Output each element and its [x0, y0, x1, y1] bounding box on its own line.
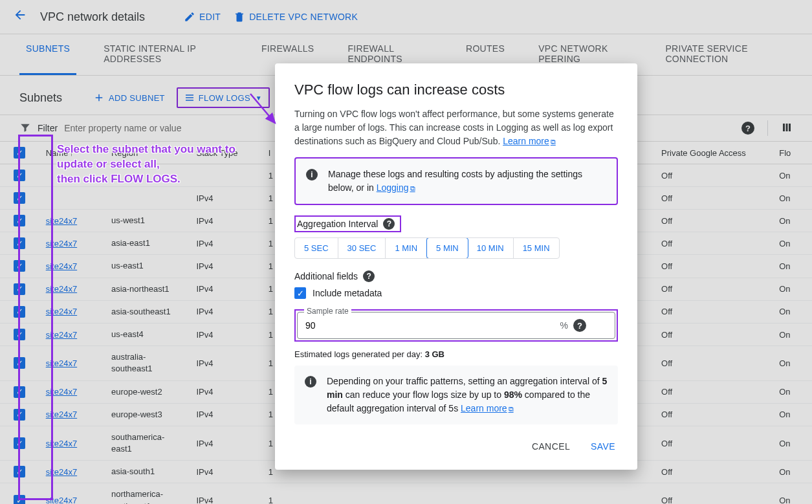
agg-option-5-sec[interactable]: 5 SEC: [295, 238, 338, 258]
dialog-title: VPC flow logs can increase costs: [294, 82, 618, 98]
info-icon: i: [306, 169, 318, 181]
aggregation-label: Aggregation Interval: [297, 219, 378, 229]
include-metadata-checkbox[interactable]: ✓: [294, 287, 306, 299]
info-box-reduction: i Depending on your traffic patterns, se…: [294, 366, 618, 424]
help-icon[interactable]: ?: [573, 319, 586, 332]
external-link-icon: ⧉: [509, 405, 514, 413]
agg-option-1-min[interactable]: 1 MIN: [386, 238, 427, 258]
sample-rate-input[interactable]: [305, 320, 560, 331]
external-link-icon: ⧉: [410, 184, 415, 192]
learn-more-link[interactable]: Learn more⧉: [461, 403, 514, 413]
dialog-description: Turning on VPC flow logs won't affect pe…: [294, 107, 618, 148]
flow-logs-dialog: VPC flow logs can increase costs Turning…: [275, 63, 637, 470]
learn-more-link[interactable]: Learn more⧉: [503, 136, 556, 146]
include-metadata-label: Include metadata: [313, 288, 382, 298]
agg-option-15-min[interactable]: 15 MIN: [514, 238, 559, 258]
help-icon[interactable]: ?: [363, 270, 375, 282]
agg-option-5-min[interactable]: 5 MIN: [426, 237, 468, 259]
help-icon[interactable]: ?: [383, 218, 395, 230]
save-button[interactable]: SAVE: [588, 437, 618, 455]
logging-link[interactable]: Logging⧉: [377, 182, 415, 193]
info-icon: i: [305, 376, 316, 388]
percent-label: %: [560, 320, 568, 331]
aggregation-segments: 5 SEC30 SEC1 MIN5 MIN10 MIN15 MIN: [294, 237, 560, 259]
cancel-button[interactable]: CANCEL: [529, 437, 573, 455]
external-link-icon: ⧉: [551, 138, 556, 146]
agg-option-30-sec[interactable]: 30 SEC: [338, 238, 386, 258]
estimated-logs: Estimated logs generated per day: 3 GB: [294, 349, 618, 359]
sample-rate-field: Sample rate % ?: [297, 312, 615, 339]
info-box-logging: i Manage these logs and resulting costs …: [294, 157, 618, 205]
agg-option-10-min[interactable]: 10 MIN: [468, 238, 514, 258]
additional-fields-label: Additional fields: [294, 271, 358, 281]
sample-rate-label: Sample rate: [304, 307, 351, 316]
